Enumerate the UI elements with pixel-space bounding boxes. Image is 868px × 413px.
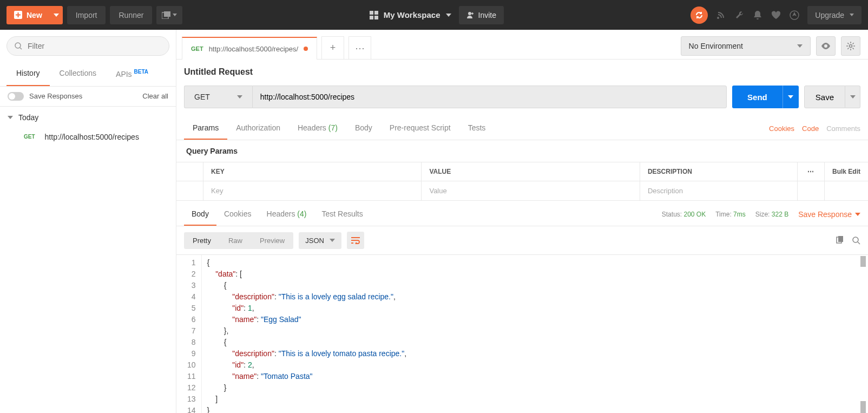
query-params-title: Query Params [176, 140, 868, 162]
code-body: { "data": [ { "description": "This is a … [202, 255, 868, 413]
save-responses-toggle[interactable] [8, 92, 24, 101]
chevron-down-icon [330, 239, 335, 242]
view-pretty[interactable]: Pretty [184, 232, 220, 249]
tab-more-button[interactable]: ⋯ [348, 36, 371, 59]
grid-icon [370, 11, 378, 19]
qp-col-key: KEY [203, 162, 422, 181]
qp-description-input[interactable]: Description [640, 181, 798, 200]
new-tab-button[interactable]: + [321, 36, 344, 59]
history-method: GET [24, 134, 35, 140]
resptab-cookies[interactable]: Cookies [216, 203, 259, 226]
svg-rect-5 [370, 16, 373, 19]
environment-quicklook[interactable] [816, 36, 836, 56]
top-center: My Workspace Invite [187, 6, 686, 24]
send-caret[interactable] [782, 86, 799, 108]
save-response-link[interactable]: Save Response [798, 210, 860, 219]
save-caret[interactable] [845, 86, 860, 108]
chevron-down-icon [8, 116, 13, 119]
cookies-link[interactable]: Cookies [769, 124, 794, 133]
workspace-selector[interactable]: My Workspace [370, 10, 451, 19]
new-caret[interactable] [50, 6, 63, 24]
history-url: http://localhost:5000/recipes [45, 133, 139, 141]
resptab-body[interactable]: Body [184, 203, 216, 226]
resptab-test-results[interactable]: Test Results [314, 203, 370, 226]
satellite-icon[interactable] [715, 10, 726, 21]
top-right: Upgrade [691, 6, 862, 24]
content: No Environment GET http://localhost:5000… [176, 30, 868, 413]
clear-all[interactable]: Clear all [142, 92, 168, 100]
workspace-label: My Workspace [384, 10, 440, 19]
filter-input-wrap[interactable] [6, 36, 169, 56]
chevron-down-icon [850, 95, 856, 99]
sync-icon [695, 11, 703, 19]
upgrade-label: Upgrade [815, 11, 844, 19]
qp-more[interactable]: ⋯ [798, 162, 825, 181]
url-input[interactable] [252, 86, 727, 108]
tab-history[interactable]: History [6, 62, 50, 86]
bulk-edit[interactable]: Bulk Edit [825, 162, 868, 181]
invite-button[interactable]: Invite [459, 6, 504, 24]
filter-input[interactable] [28, 42, 161, 50]
resptab-headers[interactable]: Headers (4) [259, 203, 314, 226]
invite-label: Invite [478, 11, 496, 19]
save-responses-label: Save Responses [29, 92, 82, 100]
sidebar-tabs: History Collections APIs BETA [0, 62, 176, 87]
response-body[interactable]: 1234567891011121314 { "data": [ { "descr… [176, 254, 868, 413]
new-button[interactable]: New [6, 6, 50, 24]
chevron-down-icon [446, 14, 451, 17]
ptab-params[interactable]: Params [184, 117, 227, 140]
qp-value-input[interactable]: Value [422, 181, 640, 200]
wrap-lines-button[interactable] [347, 232, 364, 249]
ptab-body[interactable]: Body [346, 117, 381, 140]
save-button[interactable]: Save [804, 86, 845, 108]
upgrade-button[interactable]: Upgrade [807, 6, 862, 24]
copy-button[interactable] [836, 236, 844, 245]
search-response-button[interactable] [852, 236, 860, 245]
tab-apis[interactable]: APIs BETA [106, 62, 158, 86]
request-title[interactable]: Untitled Request [176, 60, 868, 82]
bootcamp-icon[interactable] [789, 10, 800, 21]
ptab-authorization[interactable]: Authorization [227, 117, 289, 140]
code-link[interactable]: Code [802, 124, 819, 133]
qp-col-value: VALUE [422, 162, 640, 181]
wrap-icon [351, 237, 360, 244]
view-raw[interactable]: Raw [220, 232, 251, 249]
gear-icon [846, 42, 855, 50]
import-button[interactable]: Import [67, 6, 106, 24]
qp-key-input[interactable]: Key [203, 181, 422, 200]
query-params-row[interactable]: Key Value Description [176, 181, 868, 201]
method-selector[interactable]: GET [184, 86, 252, 108]
history-today-header[interactable]: Today [0, 107, 176, 128]
svg-point-14 [853, 237, 858, 242]
chevron-down-icon [54, 14, 59, 17]
chevron-down-icon [173, 14, 177, 16]
history-item[interactable]: GET http://localhost:5000/recipes [0, 128, 176, 146]
sync-button[interactable] [691, 6, 708, 24]
param-tabs: Params Authorization Headers (7) Body Pr… [176, 117, 868, 140]
ptab-headers[interactable]: Headers (7) [289, 117, 346, 140]
tab-collections[interactable]: Collections [50, 62, 106, 86]
scrollbar-thumb[interactable] [860, 256, 866, 267]
ptab-tests[interactable]: Tests [459, 117, 495, 140]
ptab-prerequest[interactable]: Pre-request Script [381, 117, 459, 140]
environment-selector[interactable]: No Environment [681, 36, 811, 56]
save-responses-row: Save Responses Clear all [0, 87, 176, 107]
environment-label: No Environment [689, 42, 743, 50]
method-value: GET [194, 93, 210, 101]
response-format-selector[interactable]: JSON [299, 232, 341, 249]
chevron-down-icon [855, 213, 860, 216]
send-button[interactable]: Send [732, 86, 782, 108]
runner-button[interactable]: Runner [110, 6, 152, 24]
new-window-button[interactable] [156, 6, 182, 24]
comments-link[interactable]: Comments [826, 124, 860, 133]
wrench-icon[interactable] [734, 10, 745, 21]
bell-icon[interactable] [752, 10, 763, 21]
environment-settings[interactable] [841, 36, 860, 56]
svg-point-7 [468, 12, 471, 15]
request-tab[interactable]: GET http://localhost:5000/recipes/ [182, 37, 317, 60]
scrollbar-thumb[interactable] [860, 401, 866, 413]
heart-icon[interactable] [771, 10, 781, 21]
unsaved-dot-icon [304, 47, 308, 51]
view-preview[interactable]: Preview [251, 232, 293, 249]
size-value: 322 B [772, 211, 788, 218]
